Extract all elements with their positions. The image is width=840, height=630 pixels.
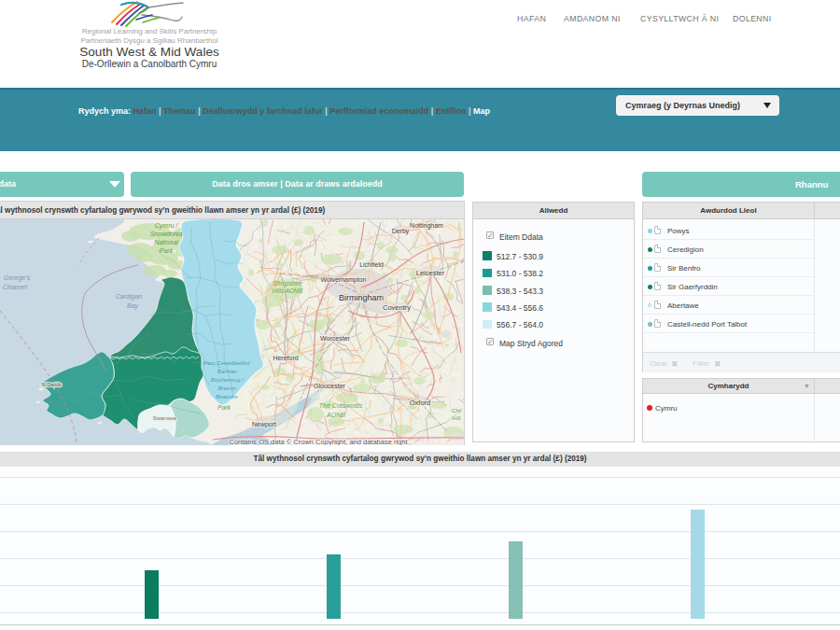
svg-text:Brycheiniog /: Brycheiniog / [211, 377, 245, 383]
svg-text:Swansea: Swansea [153, 415, 176, 421]
svg-text:The Cotswolds: The Cotswolds [319, 402, 363, 409]
svg-text:Hills AONB: Hills AONB [273, 287, 303, 294]
svg-text:Parc Cenedlaethol: Parc Cenedlaethol [203, 360, 250, 366]
svg-text:Hill: Hill [453, 415, 461, 421]
svg-text:Beacons: Beacons [216, 394, 237, 399]
svg-text:National: National [154, 239, 178, 245]
svg-text:Bannau: Bannau [217, 369, 237, 374]
svg-text:Birmingham: Birmingham [339, 293, 384, 302]
svg-text:Cardigan: Cardigan [116, 293, 143, 301]
svg-text:Derby: Derby [392, 228, 410, 235]
svg-text:Brecon: Brecon [217, 385, 236, 391]
svg-text:Park: Park [160, 247, 174, 254]
svg-text:Gloucester: Gloucester [314, 383, 346, 389]
svg-text:Worcester: Worcester [320, 335, 350, 342]
svg-text:Wolverhampton: Wolverhampton [321, 276, 367, 284]
svg-text:George’s: George’s [4, 274, 31, 282]
svg-text:Coventry: Coventry [383, 303, 411, 312]
svg-text:St Davids: St Davids [41, 382, 62, 387]
svg-text:Contains OS data © Crown Copyr: Contains OS data © Crown Copyright, and … [229, 438, 408, 446]
svg-text:Park: Park [217, 404, 231, 411]
svg-text:Newport: Newport [252, 421, 276, 428]
svg-text:Oxford: Oxford [410, 399, 431, 407]
svg-text:Channel: Channel [3, 284, 28, 290]
svg-text:Lichfield: Lichfield [359, 261, 384, 268]
svg-text:Bay: Bay [127, 302, 139, 310]
svg-text:Nottingham: Nottingham [410, 222, 443, 230]
svg-text:Hereford: Hereford [273, 355, 298, 361]
svg-text:Cymru /: Cymru / [155, 222, 179, 230]
svg-text:Chil: Chil [452, 408, 462, 413]
svg-text:Snowdonia: Snowdonia [150, 231, 183, 237]
svg-text:Shropshire: Shropshire [273, 280, 302, 287]
svg-text:Leicester: Leicester [416, 269, 445, 277]
svg-text:AONB: AONB [326, 412, 345, 418]
